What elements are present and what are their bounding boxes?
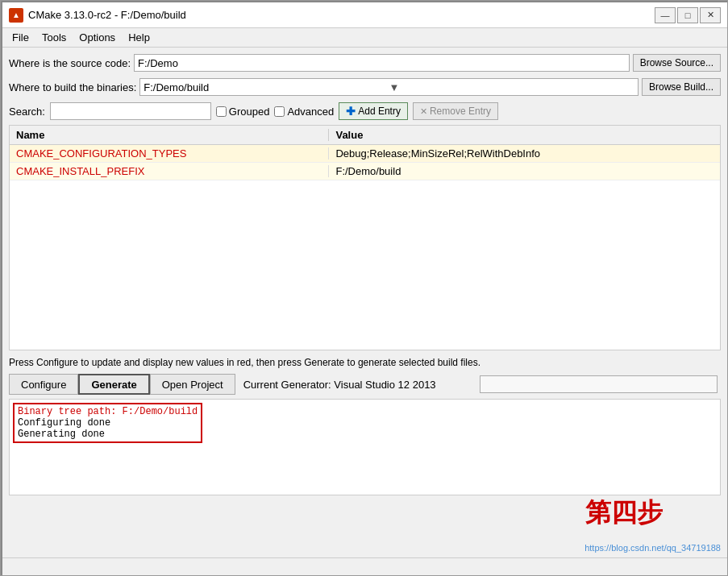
close-button[interactable]: ✕ [700,7,721,23]
grouped-checkbox[interactable] [216,106,227,117]
output-line-2: Configuring done [18,417,198,429]
bottom-strip [2,557,727,575]
advanced-label: Advanced [287,106,334,118]
remove-icon: ✕ [420,106,427,117]
search-input[interactable] [50,102,211,120]
col-value-header: Value [329,129,720,141]
generate-button[interactable]: Generate [78,374,149,395]
action-buttons: Configure Generate Open Project Current … [9,373,721,396]
search-label: Search: [9,106,45,118]
minimize-button[interactable]: — [655,7,676,23]
source-input[interactable] [134,54,630,72]
row-value-0: Debug;Release;MinSizeRel;RelWithDebInfo [329,147,720,160]
generator-input[interactable] [480,375,718,393]
advanced-checkbox-label[interactable]: Advanced [274,106,334,118]
row-name-1: CMAKE_INSTALL_PREFIX [10,165,329,177]
source-row: Where is the source code: Browse Source.… [9,52,721,73]
remove-entry-button[interactable]: ✕ Remove Entry [413,102,498,120]
build-value: F:/Demo/build [144,81,389,93]
watermark: https://blog.csdn.net/qq_34719188 [584,543,721,553]
main-content: Where is the source code: Browse Source.… [2,48,727,500]
config-table: Name Value CMAKE_CONFIGURATION_TYPES Deb… [9,125,721,350]
menu-help[interactable]: Help [122,30,156,45]
output-line-3: Generating done [18,429,198,440]
status-text: Press Configure to update and display ne… [9,354,721,370]
menu-file[interactable]: File [6,30,35,45]
window-title: CMake 3.13.0-rc2 - F:/Demo/build [28,9,655,21]
add-entry-label: Add Entry [358,106,401,117]
menu-tools[interactable]: Tools [35,30,73,45]
combo-arrow-icon: ▼ [389,81,634,93]
title-bar: ▲ CMake 3.13.0-rc2 - F:/Demo/build — □ ✕ [2,2,727,28]
build-input-combo[interactable]: F:/Demo/build ▼ [139,78,639,96]
step-annotation: 第四步 [585,495,663,531]
generator-label: Current Generator: Visual Studio 12 2013 [235,379,480,391]
table-row[interactable]: CMAKE_INSTALL_PREFIX F:/Demo/build [10,163,720,180]
output-highlight-box: Binary tree path: F:/Demo/build Configur… [13,403,202,443]
browse-build-button[interactable]: Browse Build... [642,78,721,96]
menu-bar: File Tools Options Help [2,28,727,48]
app-icon: ▲ [9,8,23,23]
remove-entry-label: Remove Entry [430,106,491,117]
advanced-checkbox[interactable] [274,106,285,117]
output-line-1: Binary tree path: F:/Demo/build [18,406,198,417]
row-name-0: CMAKE_CONFIGURATION_TYPES [10,147,329,160]
source-label: Where is the source code: [9,57,131,69]
row-value-1: F:/Demo/build [329,165,720,177]
browse-source-button[interactable]: Browse Source... [633,54,721,72]
configure-button[interactable]: Configure [9,374,78,395]
output-area: Binary tree path: F:/Demo/build Configur… [9,399,721,495]
table-body: CMAKE_CONFIGURATION_TYPES Debug;Release;… [10,145,720,180]
add-entry-button[interactable]: ✚ Add Entry [339,102,408,120]
build-label: Where to build the binaries: [9,81,136,93]
window-controls: — □ ✕ [655,7,721,23]
grouped-checkbox-label[interactable]: Grouped [216,106,270,118]
maximize-button[interactable]: □ [677,7,698,23]
menu-options[interactable]: Options [73,30,122,45]
open-project-button[interactable]: Open Project [150,374,235,395]
table-row[interactable]: CMAKE_CONFIGURATION_TYPES Debug;Release;… [10,145,720,163]
add-icon: ✚ [346,105,356,118]
table-header: Name Value [10,126,720,145]
build-row: Where to build the binaries: F:/Demo/bui… [9,77,721,97]
grouped-label: Grouped [229,106,270,118]
col-name-header: Name [10,129,329,141]
search-row: Search: Grouped Advanced ✚ Add Entry ✕ R… [9,101,721,122]
